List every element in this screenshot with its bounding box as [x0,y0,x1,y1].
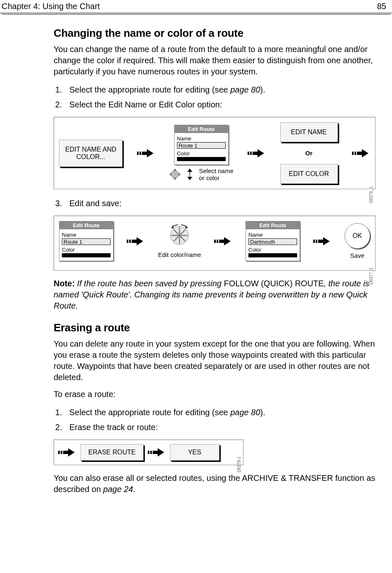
name-label: Name [177,136,226,142]
step-2b: Erase the track or route: [64,421,375,434]
figure-id: D8376_1 [369,186,373,203]
edit-route-dialog-after[interactable]: Edit Route Name Dartmouth Color [246,221,300,261]
step-1b: Select the appropriate route for editing… [64,406,375,419]
arrow-right-icon [248,148,266,159]
page-header: Chapter 4: Using the Chart 85 [0,0,392,13]
name-label: Name [248,232,297,238]
softkey-edit-color[interactable]: EDIT COLOR [280,164,338,184]
ok-button-group: OK Save [345,223,370,259]
figure-edit-name-color: EDIT NAME AND COLOR... Edit Route Name R… [54,117,375,189]
figure-erase-route: ERASE ROUTE YES D8379-1 [54,440,243,465]
up-down-icon [184,169,196,180]
color-label: Color [62,247,111,253]
edit-route-dialog[interactable]: Edit Route Name Route 1 Color [174,125,229,165]
arrow-right-icon [214,236,232,247]
dialog-title: Edit Route [175,125,228,133]
color-label: Color [248,247,297,253]
page-ref-80b: page 80 [230,408,260,417]
edit-route-dialog-before[interactable]: Edit Route Name Route 1 Color [59,221,113,261]
name-field[interactable]: Route 1 [62,238,111,245]
step-3: Edit and save: [64,197,375,210]
color-swatch[interactable] [62,253,111,257]
intro-paragraph-2: You can delete any route in your system … [54,338,375,383]
arrow-right-icon [127,236,145,247]
arrow-right-icon [58,447,76,458]
softkey-edit-name-and-color[interactable]: EDIT NAME AND COLOR... [59,140,123,167]
step-1: Select the appropriate route for editing… [64,83,375,96]
heading-changing-name-color: Changing the name or color of a route [54,27,375,40]
steps-list-1: Select the appropriate route for editing… [54,83,375,111]
figure-id: D8377_1 [369,268,373,285]
page-number: 85 [377,2,386,11]
arrow-right-icon [148,447,166,458]
rotary-caption: Edit color/name [158,251,201,258]
cursor-pad-icon [169,169,181,180]
rotary-knob-icon [168,224,191,247]
name-label: Name [62,232,111,238]
figure-edit-and-save: Edit Route Name Route 1 Color Edit color… [54,216,375,271]
color-swatch[interactable] [248,253,297,257]
step-2: Select the Edit Name or Edit Color optio… [64,98,375,111]
heading-erasing-route: Erasing a route [54,321,375,334]
trailer-paragraph: You can also erase all or selected route… [54,473,375,495]
color-label: Color [177,150,226,157]
or-label: Or [305,150,313,157]
arrow-right-icon [137,148,155,159]
steps-list-1b: Edit and save: [54,197,375,210]
dialog-title: Edit Route [59,221,113,229]
chapter-title: Chapter 4: Using the Chart [2,2,100,11]
steps-list-2: Select the appropriate route for editing… [54,406,375,434]
intro-paragraph-1: You can change the name of a route from … [54,44,375,77]
figure-id: D8379-1 [237,456,241,472]
note-paragraph: Note: If the route has been saved by pre… [54,278,375,311]
arrow-right-icon [313,236,331,247]
softkey-erase-route[interactable]: ERASE ROUTE [80,444,144,461]
softkey-edit-name[interactable]: EDIT NAME [280,122,338,142]
cursor-pad-hint: Select name or color [169,167,233,181]
arrow-right-icon [352,148,370,159]
dialog-title: Edit Route [246,221,300,229]
header-rule [2,14,390,14]
softkey-yes[interactable]: YES [170,444,220,461]
ok-button[interactable]: OK [345,223,370,249]
lead-erase: To erase a route: [54,389,375,400]
rotary-control[interactable]: Edit color/name [158,224,201,258]
color-swatch[interactable] [177,157,226,161]
page-ref-24: page 24 [103,485,133,494]
page-ref-80a: page 80 [230,85,260,94]
name-field[interactable]: Dartmouth [248,238,297,245]
ok-caption: Save [350,252,364,259]
name-field[interactable]: Route 1 [177,142,226,149]
